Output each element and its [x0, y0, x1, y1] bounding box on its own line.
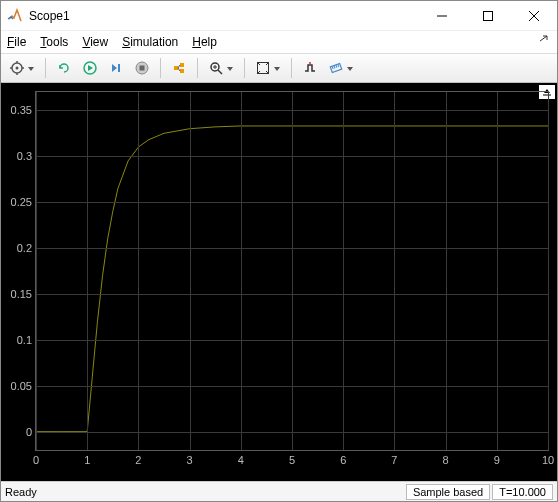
- svg-line-20: [218, 70, 222, 74]
- x-tick: 10: [542, 454, 554, 466]
- close-button[interactable]: [511, 1, 557, 31]
- svg-line-25: [332, 66, 333, 69]
- x-tick: 2: [135, 454, 141, 466]
- x-tick: 8: [443, 454, 449, 466]
- restart-button[interactable]: [52, 56, 76, 80]
- step-forward-button[interactable]: [104, 56, 128, 80]
- matlab-icon: [7, 8, 23, 24]
- y-tick: 0.15: [11, 288, 32, 300]
- svg-line-17: [178, 65, 180, 68]
- status-ready: Ready: [5, 486, 404, 498]
- menu-tools[interactable]: Tools: [40, 35, 68, 49]
- dock-icon[interactable]: [539, 35, 551, 50]
- svg-line-28: [338, 64, 339, 67]
- menu-help[interactable]: Help: [192, 35, 217, 49]
- svg-rect-15: [180, 63, 184, 67]
- x-tick: 6: [340, 454, 346, 466]
- menu-view[interactable]: View: [82, 35, 108, 49]
- signal-selector-button[interactable]: [167, 56, 191, 80]
- svg-rect-16: [180, 69, 184, 73]
- triggers-button[interactable]: [298, 56, 322, 80]
- svg-rect-11: [118, 64, 120, 72]
- measurements-button[interactable]: [324, 56, 358, 80]
- status-time: T=10.000: [492, 484, 553, 500]
- x-tick: 5: [289, 454, 295, 466]
- y-tick: 0.05: [11, 380, 32, 392]
- configure-button[interactable]: [5, 56, 39, 80]
- svg-point-5: [16, 67, 19, 70]
- x-tick: 4: [238, 454, 244, 466]
- run-button[interactable]: [78, 56, 102, 80]
- x-tick: 9: [494, 454, 500, 466]
- x-tick: 1: [84, 454, 90, 466]
- menu-simulation[interactable]: Simulation: [122, 35, 178, 49]
- window-title: Scope1: [29, 9, 419, 23]
- y-tick: 0.2: [17, 242, 32, 254]
- zoom-button[interactable]: [204, 56, 238, 80]
- minimize-button[interactable]: [419, 1, 465, 31]
- svg-rect-13: [140, 66, 145, 71]
- svg-rect-1: [484, 11, 493, 20]
- autoscale-button[interactable]: [251, 56, 285, 80]
- y-tick: 0.3: [17, 150, 32, 162]
- y-tick: 0: [26, 426, 32, 438]
- x-tick: 7: [391, 454, 397, 466]
- stop-button[interactable]: [130, 56, 154, 80]
- svg-line-27: [336, 65, 337, 68]
- svg-line-26: [334, 66, 335, 69]
- maximize-button[interactable]: [465, 1, 511, 31]
- menu-file[interactable]: File: [7, 35, 26, 49]
- svg-line-18: [178, 68, 180, 71]
- x-tick: 0: [33, 454, 39, 466]
- y-tick: 0.1: [17, 334, 32, 346]
- y-tick: 0.25: [11, 196, 32, 208]
- status-mode: Sample based: [406, 484, 490, 500]
- svg-rect-14: [174, 66, 178, 70]
- scope-plot[interactable]: 01234567891000.050.10.150.20.250.30.35: [1, 83, 557, 481]
- y-tick: 0.35: [11, 104, 32, 116]
- x-tick: 3: [187, 454, 193, 466]
